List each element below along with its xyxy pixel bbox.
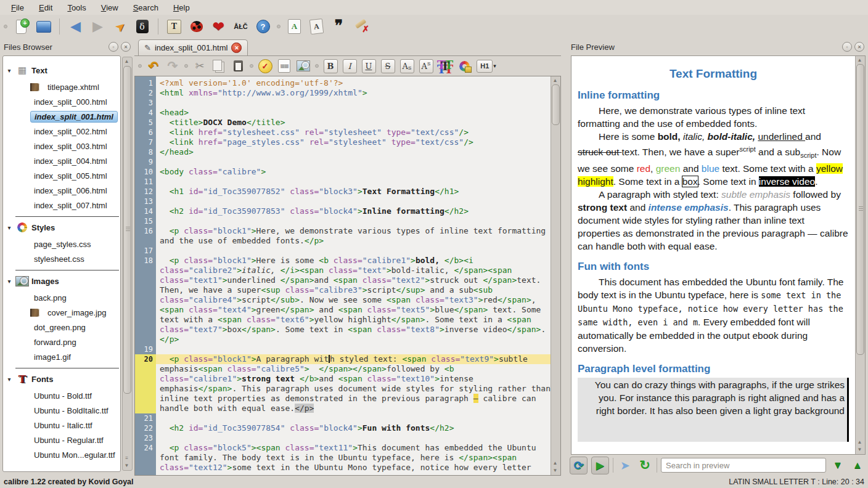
- beautify-icon[interactable]: ≡≡: [277, 59, 292, 73]
- reload-icon[interactable]: ↻: [637, 457, 653, 473]
- up-icon[interactable]: ▲: [850, 457, 866, 473]
- redo-icon[interactable]: ↷: [165, 59, 180, 73]
- ladybug-icon[interactable]: [188, 18, 205, 35]
- underline-button[interactable]: U: [361, 59, 376, 73]
- file-item[interactable]: index_split_002.html: [3, 124, 120, 139]
- scroll-down-line-icon[interactable]: ≡: [123, 455, 131, 462]
- checkpoint-icon[interactable]: δ: [134, 18, 150, 35]
- textcolor-icon[interactable]: T: [438, 59, 452, 73]
- bold-button[interactable]: B: [323, 59, 338, 73]
- new-file-icon[interactable]: +: [13, 18, 30, 35]
- special-chars-icon[interactable]: ÅŁČ: [232, 18, 249, 35]
- code-line[interactable]: 18 <p class="block1">Here is some <b cla…: [135, 256, 551, 344]
- code-line[interactable]: 24 <p class="block5"><span class="text11…: [135, 443, 551, 473]
- file-item[interactable]: index_split_007.html: [3, 198, 120, 213]
- back-icon[interactable]: ◀: [67, 18, 84, 35]
- refresh-toggle-icon[interactable]: ⟳: [570, 457, 588, 474]
- fillcolor-icon[interactable]: [457, 59, 472, 73]
- file-item[interactable]: page_styles.css: [3, 237, 120, 251]
- close-panel-icon[interactable]: ✕: [121, 42, 131, 52]
- file-item[interactable]: Ubuntu - Bold.ttf: [3, 388, 120, 403]
- font-tile-icon[interactable]: T: [166, 18, 182, 35]
- files-browser-scrollbar[interactable]: ▲ ≡ ▼: [122, 57, 133, 471]
- scroll-up-small-icon[interactable]: ▲: [551, 460, 559, 466]
- scroll-down-icon[interactable]: ▼: [123, 463, 131, 469]
- code-line[interactable]: 9: [135, 157, 551, 167]
- file-item[interactable]: Ubuntu - Italic.ttf: [3, 418, 120, 433]
- tab-close-icon[interactable]: ✕: [231, 43, 242, 53]
- file-item[interactable]: Ubuntu - BoldItalic.ttf: [3, 403, 120, 418]
- file-item[interactable]: index_split_003.html: [3, 139, 120, 153]
- scroll-up-icon[interactable]: ▲: [856, 57, 864, 63]
- sync-icon[interactable]: ➤: [617, 457, 633, 473]
- code-line[interactable]: 13: [135, 197, 551, 206]
- float-panel-icon[interactable]: ▫: [108, 42, 118, 52]
- scrollbar-thumb[interactable]: [123, 66, 131, 394]
- code-line[interactable]: 11: [135, 177, 551, 187]
- code-line[interactable]: 1<?xml version='1.0' encoding='utf-8'?>: [135, 78, 551, 88]
- code-line[interactable]: 16 <p class="block1">Here, we demonstrat…: [135, 226, 551, 246]
- file-item[interactable]: index_split_000.html: [3, 94, 120, 109]
- scroll-up-small-icon[interactable]: ▲: [856, 439, 864, 445]
- scrollbar-thumb[interactable]: [552, 84, 560, 125]
- run-icon[interactable]: ▶: [591, 457, 609, 474]
- menu-view[interactable]: View: [94, 2, 126, 14]
- image-icon[interactable]: [296, 59, 311, 73]
- code-line[interactable]: 10<body class="calibre">: [135, 167, 551, 177]
- code-line[interactable]: 12 <h1 id="id_Toc359077852" class="block…: [135, 187, 551, 197]
- donate-icon[interactable]: ❤: [210, 18, 227, 35]
- code-line[interactable]: 20 <p class="block1">A paragraph with st…: [135, 354, 551, 413]
- file-item[interactable]: index_split_004.html: [3, 153, 120, 168]
- htmlcheck-icon[interactable]: ✓: [258, 59, 272, 73]
- copy-icon[interactable]: [211, 59, 226, 73]
- heading-button[interactable]: H1: [476, 59, 497, 73]
- pin-icon[interactable]: ➤: [112, 18, 128, 35]
- section-fonts[interactable]: ▾TFonts: [3, 371, 120, 387]
- code-line[interactable]: 2<html xmlns="http://www.w3.org/1999/xht…: [135, 88, 551, 98]
- code-line[interactable]: 8</head>: [135, 147, 551, 157]
- file-item[interactable]: cover_image.jpg: [3, 305, 120, 320]
- code-line[interactable]: 17: [135, 246, 551, 256]
- code-line[interactable]: 5 <title>DOCX Demo</title>: [135, 118, 551, 128]
- code-line[interactable]: 23: [135, 433, 551, 443]
- italic-button[interactable]: I: [342, 59, 357, 73]
- scroll-up-icon[interactable]: ▲: [551, 78, 559, 84]
- chevron-down-icon[interactable]: ▾: [3, 67, 15, 74]
- cleanup-icon[interactable]: ✗: [353, 18, 369, 35]
- undo-icon[interactable]: ↶: [146, 59, 161, 73]
- help-icon[interactable]: ?: [255, 18, 271, 35]
- file-item[interactable]: dot_green.png: [3, 320, 120, 335]
- cut-icon[interactable]: ✂: [192, 59, 207, 73]
- menu-help[interactable]: Help: [166, 2, 197, 14]
- section-text[interactable]: ▾▦Text: [3, 62, 120, 78]
- section-styles[interactable]: ▾Styles: [3, 219, 120, 235]
- down-icon[interactable]: ▼: [830, 457, 846, 473]
- code-line[interactable]: 3: [135, 98, 551, 108]
- editor-scrollbar[interactable]: ▲ ▲ ▼: [551, 76, 560, 475]
- section-images[interactable]: ▾Images: [3, 273, 120, 289]
- scroll-down-icon[interactable]: ▼: [551, 468, 559, 474]
- file-item[interactable]: index_split_006.html: [3, 183, 120, 198]
- file-item[interactable]: index_split_005.html: [3, 168, 120, 183]
- code-line[interactable]: 22 <h2 id="id_Toc359077854" class="block…: [135, 423, 551, 433]
- code-line[interactable]: 4<head>: [135, 108, 551, 118]
- scroll-up-icon[interactable]: ▲: [123, 59, 131, 65]
- float-panel-icon[interactable]: ▫: [842, 42, 852, 52]
- close-panel-icon[interactable]: ✕: [854, 42, 864, 52]
- file-item[interactable]: back.png: [3, 290, 120, 305]
- chevron-down-icon[interactable]: ▾: [3, 224, 15, 231]
- menu-file[interactable]: File: [4, 2, 31, 14]
- menu-tools[interactable]: Tools: [60, 2, 93, 14]
- chevron-down-icon[interactable]: ▾: [3, 376, 15, 383]
- file-item[interactable]: forward.png: [3, 335, 120, 349]
- code-line[interactable]: 7 <link href="page_styles.css" rel="styl…: [135, 137, 551, 147]
- code-line[interactable]: 15: [135, 216, 551, 226]
- file-item[interactable]: Ubuntu Mon...egular.ttf: [3, 447, 120, 462]
- subscript-button[interactable]: A: [399, 59, 414, 73]
- forward-icon[interactable]: ▶: [89, 18, 106, 35]
- compare-icon[interactable]: A: [308, 18, 325, 35]
- code-line[interactable]: 19: [135, 344, 551, 354]
- scrollbar-thumb[interactable]: [856, 64, 864, 355]
- preview-search-input[interactable]: [661, 458, 826, 473]
- superscript-button[interactable]: A: [419, 59, 433, 73]
